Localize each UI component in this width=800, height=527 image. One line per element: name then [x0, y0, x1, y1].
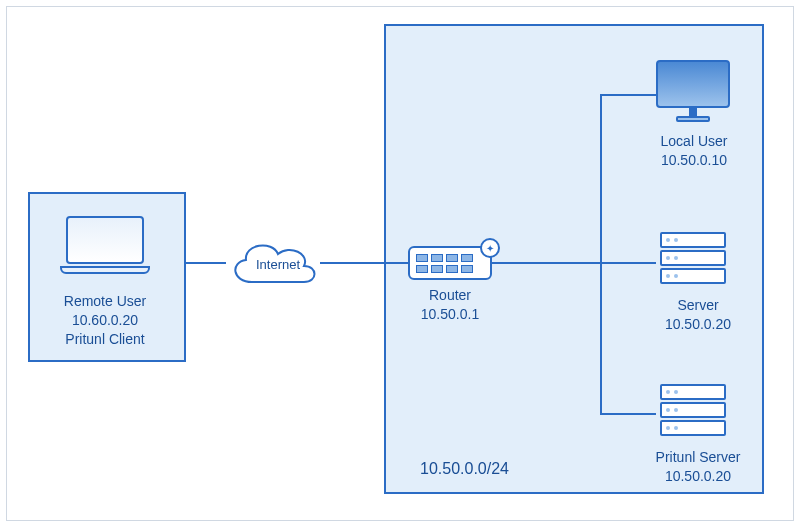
local-user-ip: 10.50.0.10 [644, 151, 744, 170]
server-icon [660, 232, 726, 292]
laptop-icon [60, 216, 150, 276]
desktop-icon [656, 60, 730, 126]
link-router-to-bus [492, 262, 602, 264]
link-bus-to-pritunl [600, 413, 656, 415]
router-label: Router 10.50.0.1 [408, 286, 492, 324]
server-label: Server 10.50.0.20 [648, 296, 748, 334]
router-ip: 10.50.0.1 [408, 305, 492, 324]
remote-user-label: Remote User 10.60.0.20 Pritunl Client [50, 292, 160, 349]
remote-user-role: Pritunl Client [50, 330, 160, 349]
pritunl-server-name: Pritunl Server [644, 448, 752, 467]
local-user-name: Local User [644, 132, 744, 151]
server-ip: 10.50.0.20 [648, 315, 748, 334]
remote-user-name: Remote User [50, 292, 160, 311]
pritunl-server-label: Pritunl Server 10.50.0.20 [644, 448, 752, 486]
server-name: Server [648, 296, 748, 315]
router-badge-icon: ✦ [480, 238, 500, 258]
subnet-label: 10.50.0.0/24 [420, 460, 509, 478]
internet-label: Internet [252, 256, 304, 274]
link-bus-to-localuser [600, 94, 656, 96]
link-bus-to-server [600, 262, 656, 264]
pritunl-server-ip: 10.50.0.20 [644, 467, 752, 486]
router-icon: ✦ [408, 246, 492, 286]
remote-user-ip: 10.60.0.20 [50, 311, 160, 330]
router-name: Router [408, 286, 492, 305]
bus-vertical [600, 94, 602, 414]
link-internet-to-router [320, 262, 408, 264]
local-user-label: Local User 10.50.0.10 [644, 132, 744, 170]
pritunl-server-icon [660, 384, 726, 444]
link-remote-to-internet [186, 262, 226, 264]
